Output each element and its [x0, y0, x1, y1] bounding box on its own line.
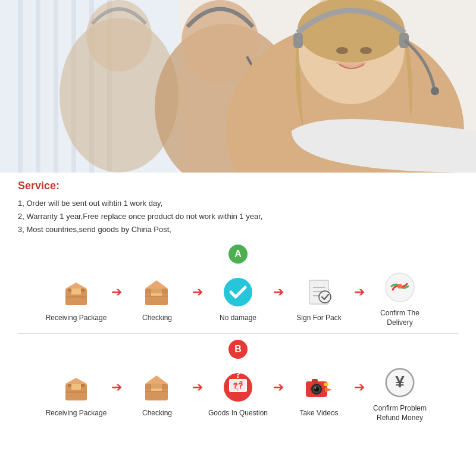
service-title: Service: — [18, 180, 458, 192]
service-item-1: 1, Order will be sent out wihtin 1 work … — [18, 197, 458, 210]
take-videos-icon — [300, 368, 338, 406]
flow-step-b4: Take Videos — [286, 368, 352, 418]
flow-step-a2: Checking — [124, 273, 190, 323]
flow-label-b3: Goods In Question — [208, 409, 268, 418]
flow-step-a5: Confirm The Delivery — [367, 268, 433, 327]
arrow-a2: ➔ — [192, 284, 203, 300]
flow-label-b5: Confirm Problem Refund Money — [373, 404, 427, 422]
hero-image — [0, 0, 476, 173]
flow-step-b1: Receiving Package — [43, 368, 109, 418]
arrow-b1: ➔ — [111, 380, 122, 395]
confirm-problem-icon: ¥ — [381, 364, 419, 402]
svg-marker-47 — [145, 375, 168, 384]
service-item-3: 3, Most countries,send goods by China Po… — [18, 223, 458, 236]
flow-label-a3: No damage — [220, 314, 256, 323]
svg-point-40 — [397, 284, 402, 289]
no-damage-icon — [219, 273, 257, 311]
content-area: Service: 1, Order will be sent out wihti… — [0, 173, 476, 435]
flow-step-b2: Checking — [124, 368, 190, 418]
svg-point-38 — [319, 291, 331, 303]
checking-icon-b — [138, 368, 176, 406]
svg-text:??: ?? — [233, 381, 243, 390]
flow-step-a3: No damage — [205, 273, 271, 323]
flow-row-b: Receiving Package ➔ Checking ➔ — [18, 364, 458, 422]
svg-marker-25 — [65, 283, 87, 289]
svg-text:?: ? — [235, 371, 242, 380]
service-list: 1, Order will be sent out wihtin 1 work … — [18, 197, 458, 236]
divider — [18, 333, 458, 334]
svg-point-63 — [315, 387, 317, 389]
receiving-package-icon-b — [57, 368, 95, 406]
svg-point-33 — [224, 278, 252, 306]
svg-marker-43 — [65, 378, 87, 384]
flow-section-a: A Receiving Package ➔ — [18, 245, 458, 327]
svg-rect-45 — [65, 392, 87, 393]
checking-icon-a — [138, 273, 176, 311]
arrow-a1: ➔ — [111, 284, 122, 300]
svg-marker-29 — [145, 280, 168, 289]
svg-rect-66 — [324, 383, 328, 386]
confirm-delivery-icon — [381, 268, 419, 306]
flow-step-a4: Sign For Pack — [286, 273, 352, 323]
svg-rect-22 — [0, 0, 476, 173]
arrow-b4: ➔ — [354, 380, 365, 395]
flow-label-b4: Take Videos — [299, 409, 338, 418]
flow-label-a2: Checking — [142, 314, 172, 323]
svg-text:¥: ¥ — [395, 372, 405, 391]
service-item-2: 2, Warranty 1 year,Free replace once pro… — [18, 210, 458, 223]
flow-step-a1: Receiving Package — [43, 273, 109, 323]
badge-b: B — [228, 340, 248, 359]
flow-section-b: B Receiving Package ➔ — [18, 340, 458, 422]
arrow-a4: ➔ — [354, 284, 365, 300]
svg-rect-26 — [71, 289, 81, 295]
svg-rect-65 — [312, 379, 318, 383]
flow-label-b2: Checking — [142, 409, 172, 418]
svg-rect-50 — [145, 384, 168, 389]
svg-rect-27 — [65, 296, 87, 298]
sign-for-pack-icon — [300, 273, 338, 311]
arrow-a3: ➔ — [273, 284, 284, 300]
flow-label-a5: Confirm The Delivery — [367, 309, 433, 327]
svg-rect-32 — [145, 289, 168, 293]
flow-label-b1: Receiving Package — [46, 409, 107, 418]
arrow-b3: ➔ — [273, 380, 284, 395]
flow-label-a1: Receiving Package — [46, 314, 107, 323]
svg-marker-67 — [325, 387, 332, 392]
goods-in-question-icon: ? ? ? ? ?? — [219, 368, 257, 406]
receiving-package-icon-a — [57, 273, 95, 311]
badge-a: A — [228, 245, 248, 264]
flow-row-a: Receiving Package ➔ Checking ➔ — [18, 268, 458, 327]
arrow-b2: ➔ — [192, 380, 203, 395]
svg-rect-44 — [71, 384, 81, 390]
svg-rect-49 — [145, 391, 168, 392]
flow-label-a4: Sign For Pack — [296, 314, 341, 323]
svg-rect-31 — [145, 296, 168, 297]
flow-step-b3: ? ? ? ? ?? Goods In Question — [205, 368, 271, 418]
flow-step-b5: ¥ Confirm Problem Refund Money — [367, 364, 433, 422]
